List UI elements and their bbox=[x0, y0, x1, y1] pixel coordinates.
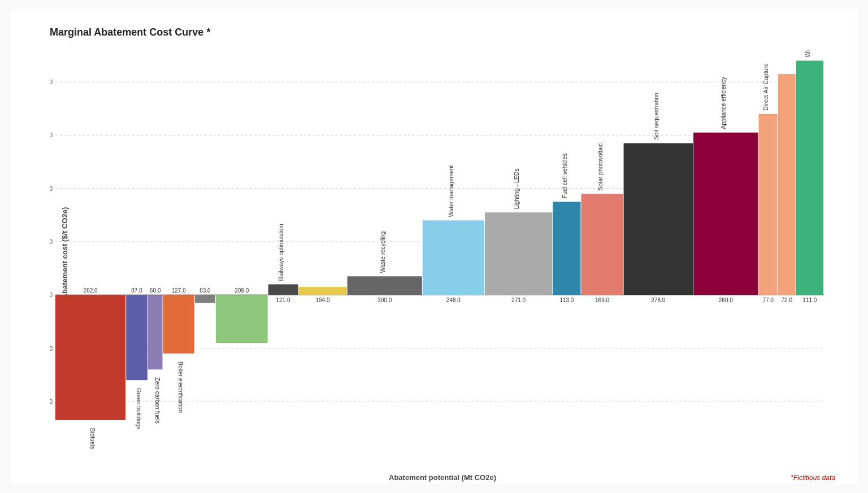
fictitious-label: *Fictitious data bbox=[791, 474, 835, 482]
chart-title: Marginal Abatement Cost Curve * bbox=[50, 27, 835, 38]
chart-area: Abatement cost ($/t CO2e) Abatement pote… bbox=[50, 50, 835, 456]
chart-container: Marginal Abatement Cost Curve * Abatemen… bbox=[10, 10, 858, 484]
x-axis-label: Abatement potential (Mt CO2e) bbox=[389, 473, 496, 482]
